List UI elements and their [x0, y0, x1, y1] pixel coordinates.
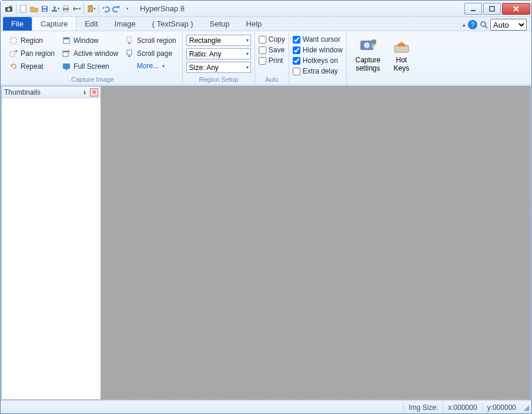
group-options: Want cursor Hide window Hotkeys on Extra… — [289, 32, 347, 85]
svg-rect-20 — [63, 38, 69, 39]
upload-icon[interactable] — [51, 4, 60, 14]
repeat-icon — [9, 62, 18, 71]
quick-access-toolbar — [1, 4, 135, 14]
save-checkbox[interactable]: Save — [259, 45, 285, 55]
qat-customize-icon[interactable] — [122, 4, 132, 14]
open-icon[interactable] — [29, 4, 39, 14]
region-icon — [9, 36, 18, 45]
copy-checkbox[interactable]: Copy — [259, 35, 285, 44]
tab-file[interactable]: File — [3, 17, 32, 31]
active-window-button[interactable]: Active window — [59, 48, 121, 59]
svg-rect-11 — [64, 10, 68, 12]
app-window: HyperSnap 8 File Capture Edit Image ( Te… — [0, 0, 532, 414]
content-area: Thumbnails ✕ — [1, 86, 531, 400]
hot-keys-icon — [392, 36, 411, 55]
tab-edit[interactable]: Edit — [76, 17, 106, 31]
region-button[interactable]: Region — [6, 35, 57, 46]
svg-rect-18 — [10, 52, 15, 56]
scroll-page-icon — [125, 49, 135, 58]
svg-rect-15 — [490, 6, 494, 11]
thumbnails-panel: Thumbnails ✕ — [2, 86, 101, 399]
tab-setup[interactable]: Setup — [202, 17, 238, 31]
collapse-ribbon-icon[interactable]: ▴ — [463, 22, 466, 28]
window-controls — [463, 3, 531, 15]
svg-point-3 — [11, 5, 13, 7]
shape-combo[interactable]: Rectangle — [186, 35, 251, 46]
thumbnails-title: Thumbnails — [4, 88, 41, 96]
scroll-page-button[interactable]: Scroll page — [123, 48, 179, 59]
titlebar: HyperSnap 8 — [1, 1, 531, 17]
status-y: y:000000 — [482, 402, 521, 413]
svg-point-23 — [68, 50, 70, 52]
pan-region-button[interactable]: Pan region — [6, 48, 57, 59]
group-label-capture-image: Capture Image — [6, 75, 179, 84]
hot-keys-button[interactable]: Hot Keys — [388, 34, 415, 75]
thumbnails-list — [2, 98, 101, 399]
status-bar: Img Size: x:000000 y:000000 ◢ — [1, 400, 531, 413]
svg-point-29 — [364, 42, 370, 48]
svg-rect-22 — [63, 51, 68, 52]
full-screen-button[interactable]: Full Screen — [59, 61, 121, 72]
capture-settings-icon — [359, 36, 377, 55]
ribbon-tabs: File Capture Edit Image ( TextSnap ) Set… — [1, 17, 531, 31]
svg-point-16 — [481, 22, 486, 26]
scroll-region-icon — [125, 36, 135, 45]
tab-textsnap[interactable]: ( TextSnap ) — [144, 17, 202, 31]
hotkeys-on-checkbox[interactable]: Hotkeys on — [293, 56, 343, 65]
new-icon[interactable] — [19, 4, 28, 14]
window-title: HyperSnap 8 — [140, 4, 185, 13]
thumbnails-header: Thumbnails ✕ — [2, 86, 101, 98]
svg-rect-14 — [471, 10, 476, 11]
close-button[interactable] — [502, 3, 530, 15]
repeat-button[interactable]: Repeat — [6, 61, 57, 72]
active-window-icon — [62, 49, 71, 58]
search-icon[interactable] — [480, 21, 488, 29]
ribbon: Region Pan region Repeat Window Active w… — [1, 31, 531, 85]
svg-rect-25 — [65, 69, 68, 70]
ratio-combo[interactable]: Ratio: Any — [186, 48, 251, 59]
svg-rect-13 — [89, 5, 92, 6]
size-combo[interactable]: Size: Any — [186, 62, 251, 73]
svg-rect-12 — [88, 6, 93, 12]
pin-icon[interactable] — [81, 88, 89, 96]
svg-rect-10 — [64, 6, 68, 8]
tab-image[interactable]: Image — [106, 17, 144, 31]
tab-capture[interactable]: Capture — [32, 16, 76, 31]
group-region-setup: Rectangle Ratio: Any Size: Any Region Se… — [183, 32, 255, 85]
scroll-region-button[interactable]: Scroll region — [123, 35, 179, 46]
tabstrip-right: ▴ ? Auto — [463, 19, 529, 31]
camera-icon[interactable] — [4, 4, 14, 14]
group-auto: Copy Save Print Auto — [255, 32, 289, 85]
print-icon[interactable] — [61, 4, 71, 14]
minimize-button[interactable] — [464, 3, 482, 15]
tab-help[interactable]: Help — [238, 17, 270, 31]
pan-region-icon — [9, 49, 18, 58]
canvas-area[interactable] — [101, 86, 530, 399]
status-img-size: Img Size: — [403, 402, 443, 413]
hide-window-checkbox[interactable]: Hide window — [293, 45, 343, 55]
undo-icon[interactable] — [101, 4, 111, 14]
svg-point-30 — [372, 39, 376, 44]
close-panel-icon[interactable]: ✕ — [90, 88, 98, 96]
extra-delay-checkbox[interactable]: Extra delay — [293, 66, 343, 76]
save-icon[interactable] — [40, 4, 49, 14]
svg-rect-24 — [63, 64, 70, 69]
clipboard-icon[interactable] — [86, 4, 96, 14]
redo-icon[interactable] — [112, 4, 121, 14]
zoom-select[interactable]: Auto — [490, 19, 527, 31]
svg-rect-27 — [127, 50, 132, 55]
svg-point-1 — [8, 8, 11, 11]
window-button[interactable]: Window — [59, 35, 121, 46]
want-cursor-checkbox[interactable]: Want cursor — [293, 35, 343, 44]
maximize-button[interactable] — [483, 3, 501, 15]
capture-settings-button[interactable]: Capture settings — [350, 34, 386, 75]
group-settings: Capture settings Hot Keys — [347, 32, 419, 85]
print-dropdown-icon[interactable] — [72, 4, 81, 14]
svg-rect-6 — [43, 6, 46, 8]
print-checkbox[interactable]: Print — [259, 56, 285, 65]
more-button[interactable]: More... — [123, 61, 179, 71]
resize-grip[interactable]: ◢ — [521, 403, 530, 412]
help-icon[interactable]: ? — [468, 20, 477, 29]
status-x: x:000000 — [443, 402, 481, 413]
svg-rect-8 — [52, 10, 57, 12]
